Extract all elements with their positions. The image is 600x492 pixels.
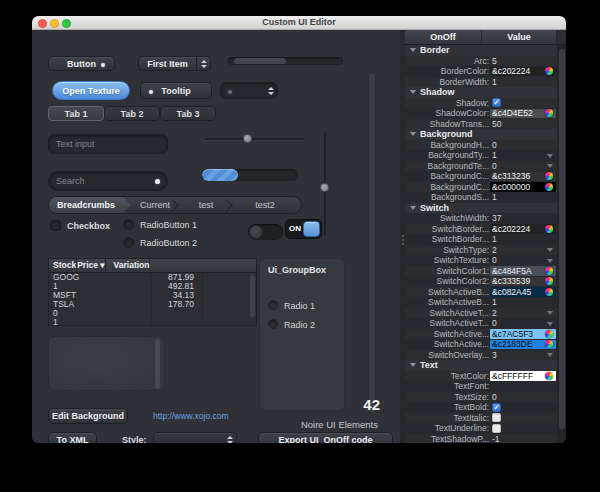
table-row[interactable]: 0	[49, 309, 256, 318]
property-value[interactable]	[489, 423, 557, 434]
export-button[interactable]: Export UI_OnOff code	[258, 432, 393, 443]
to-xml-button[interactable]: To XML	[48, 432, 97, 443]
canvas-scrollbar[interactable]	[155, 339, 160, 389]
property-value[interactable]: &c2183DE	[489, 339, 557, 350]
horizontal-slider[interactable]	[205, 138, 305, 140]
chevron-down-icon[interactable]	[547, 353, 553, 357]
color-swatch[interactable]: &cFFFFFF	[490, 371, 556, 381]
breadcrumb-item[interactable]: test	[179, 197, 233, 213]
color-wheel-icon[interactable]	[545, 267, 553, 275]
inspector-row[interactable]: TextColor:&cFFFFFF	[405, 371, 557, 382]
inspector-row[interactable]: SwitchTexture:0	[405, 255, 557, 266]
radio-button-2[interactable]	[123, 237, 134, 248]
color-wheel-icon[interactable]	[545, 277, 553, 285]
tab-tab-1[interactable]: Tab 1	[48, 106, 104, 121]
demo-vertical-scrollbar[interactable]	[368, 72, 376, 414]
color-swatch[interactable]: &c313236	[490, 172, 556, 182]
style-popup-stepper[interactable]	[227, 433, 233, 443]
slider-thumb[interactable]	[243, 134, 252, 143]
table-row[interactable]: 1492.81	[49, 282, 256, 291]
property-value[interactable]: 1	[489, 297, 557, 308]
property-value[interactable]	[489, 413, 557, 424]
inspector-row[interactable]: SwitchActiveT...0	[405, 318, 557, 329]
inspector-section-background[interactable]: Background	[405, 129, 557, 140]
inspector-row[interactable]: TextBold:✓	[405, 402, 557, 413]
color-wheel-icon[interactable]	[545, 225, 553, 233]
table-column-header-stock[interactable]: Stock	[49, 259, 77, 272]
search-input[interactable]	[48, 171, 168, 191]
inspector-scrollbar-thumb[interactable]	[559, 49, 565, 429]
inspector-row[interactable]: SwitchActiveB...1	[405, 297, 557, 308]
search-icon[interactable]	[155, 179, 160, 184]
property-checkbox[interactable]	[492, 413, 501, 422]
inspector-scrollbar[interactable]	[557, 45, 566, 443]
chevron-down-icon[interactable]	[547, 248, 553, 252]
color-swatch[interactable]: &c202224	[490, 224, 556, 234]
open-texture-button[interactable]: Open Texture	[52, 81, 130, 100]
inspector-section-text[interactable]: Text	[405, 360, 557, 371]
color-wheel-icon[interactable]	[545, 372, 553, 380]
inspector-row[interactable]: TextUnderline:	[405, 423, 557, 434]
tab-tab-3[interactable]: Tab 3	[160, 106, 216, 121]
inspector-row[interactable]: SwitchActiveB...&c082A45	[405, 287, 557, 298]
color-swatch[interactable]: &c2183DE	[490, 340, 556, 350]
inspector-row[interactable]: BackgroundH...0	[405, 140, 557, 151]
edit-background-button[interactable]: Edit Background	[48, 408, 128, 424]
color-swatch[interactable]: &c202224	[490, 67, 556, 77]
titlebar[interactable]: Custom UI Editor	[32, 16, 566, 30]
table-row[interactable]: TSLA178.70	[49, 300, 256, 309]
demo-spinner-field[interactable]	[220, 82, 278, 99]
property-checkbox[interactable]	[492, 424, 501, 433]
color-wheel-icon[interactable]	[545, 330, 553, 338]
color-swatch[interactable]: &c000000	[490, 182, 556, 192]
chevron-down-icon[interactable]	[547, 154, 553, 158]
demo-checkbox[interactable]	[50, 220, 61, 231]
inspector-row[interactable]: SwitchColor1:&c484F5A	[405, 266, 557, 277]
spinner-stepper[interactable]	[268, 83, 274, 98]
chevron-down-icon[interactable]	[547, 259, 553, 263]
property-value[interactable]: 0	[489, 255, 557, 266]
inspector-row[interactable]: SwitchType:2	[405, 245, 557, 256]
tab-tab-2[interactable]: Tab 2	[104, 106, 160, 121]
property-value[interactable]: 0	[489, 392, 557, 403]
inspector-row[interactable]: BackgroundTe...0	[405, 161, 557, 172]
property-value[interactable]: &c7AC5F3	[489, 329, 557, 340]
inspector-section-switch[interactable]: Switch	[405, 203, 557, 214]
property-value[interactable]: ✓	[489, 98, 557, 109]
property-value[interactable]: &c000000	[489, 182, 557, 193]
toggle-switch-on[interactable]: ON	[285, 219, 322, 239]
inspector-row[interactable]: BorderWidth:1	[405, 77, 557, 88]
color-wheel-icon[interactable]	[545, 340, 553, 348]
color-wheel-icon[interactable]	[545, 67, 553, 75]
groupbox-radio-1[interactable]	[268, 300, 278, 310]
property-value[interactable]: 5	[489, 56, 557, 67]
style-popup[interactable]	[153, 432, 237, 443]
disclosure-triangle-icon[interactable]	[410, 90, 416, 94]
column-header-onoff[interactable]: OnOff	[405, 30, 482, 44]
color-wheel-icon[interactable]	[545, 109, 553, 117]
property-value[interactable]	[489, 381, 557, 392]
inspector-row[interactable]: BackgroundS...1	[405, 192, 557, 203]
property-value[interactable]: &cFFFFFF	[489, 371, 557, 382]
demo-popup-menu[interactable]: First Item	[138, 56, 197, 71]
color-wheel-icon[interactable]	[545, 172, 553, 180]
inspector-row[interactable]: SwitchBorder...1	[405, 234, 557, 245]
inspector-row[interactable]: SwitchOverlay...3	[405, 350, 557, 361]
groupbox-radio-2[interactable]	[268, 319, 278, 329]
demo-popup-stepper[interactable]	[197, 56, 211, 71]
property-value[interactable]: 2	[489, 245, 557, 256]
property-value[interactable]: &c202224	[489, 66, 557, 77]
text-input[interactable]	[48, 134, 168, 154]
chevron-down-icon[interactable]	[547, 322, 553, 326]
property-value[interactable]: 3	[489, 350, 557, 361]
table-scrollbar[interactable]	[250, 275, 255, 317]
table-row[interactable]: MSFT34.13	[49, 291, 256, 300]
inspector-row[interactable]: SwitchActiveT...2	[405, 308, 557, 319]
color-swatch[interactable]: &c484F5A	[490, 266, 556, 276]
vertical-slider-thumb[interactable]	[320, 183, 329, 192]
inspector-row[interactable]: ShadowTrans...50	[405, 119, 557, 130]
inspector-row[interactable]: Arc:5	[405, 56, 557, 67]
disclosure-triangle-icon[interactable]	[410, 48, 416, 52]
property-value[interactable]: ✓	[489, 402, 557, 413]
inspector-row[interactable]: SwitchColor2:&c333539	[405, 276, 557, 287]
